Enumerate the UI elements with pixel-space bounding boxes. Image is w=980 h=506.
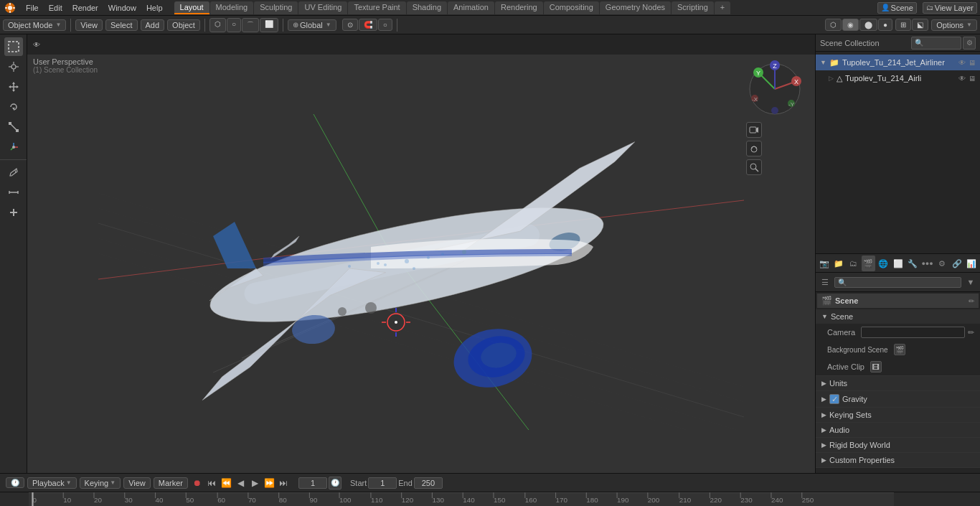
end-frame-input[interactable]: 250 (414, 477, 443, 489)
outliner-item-mesh[interactable]: ▷ △ Tupolev_Tu_214_Airli 👁 🖥 (824, 70, 980, 86)
menu-help[interactable]: Help (142, 2, 167, 14)
tab-compositing[interactable]: Compositing (544, 1, 599, 14)
measure-tool[interactable] (4, 183, 23, 202)
menu-file[interactable]: File (22, 2, 43, 14)
jump-end-btn[interactable]: ⏭ (277, 477, 290, 489)
tab-modeling[interactable]: Modeling (210, 1, 254, 14)
select-box-tool[interactable] (4, 37, 23, 56)
proportional-btn[interactable]: ○ (378, 19, 392, 31)
prop-nav-btn[interactable]: ☰ (817, 274, 833, 290)
rigid-body-header[interactable]: ▶ Rigid Body World (816, 438, 980, 452)
select-lasso-btn[interactable]: ⌒ (242, 18, 259, 32)
3d-viewport[interactable]: 👁 User Perspective (1) Scene Collection (27, 34, 815, 473)
view-menu-btn-timeline[interactable]: View (123, 477, 151, 489)
frame-sync-btn[interactable]: 🕐 (329, 477, 341, 489)
select-menu-btn[interactable]: Select (105, 19, 138, 31)
tab-texture[interactable]: Texture Paint (348, 1, 405, 14)
scene-name[interactable]: Scene (891, 4, 913, 12)
add-workspace-tab[interactable]: + (715, 1, 730, 14)
start-frame-input[interactable]: 1 (368, 477, 397, 489)
tab-uv[interactable]: UV Editing (298, 1, 347, 14)
outliner-filter-btn[interactable]: ⚙ (963, 37, 976, 50)
properties-search[interactable] (834, 277, 961, 288)
frame-ruler[interactable]: 0 10 20 30 40 50 60 70 80 90 1 (29, 492, 894, 506)
prop-tab-object[interactable]: ⬜ (891, 256, 905, 271)
menu-render[interactable]: Render (68, 2, 103, 14)
prop-tab-modifier[interactable]: 🔧 (905, 256, 920, 271)
step-back-btn[interactable]: ⏪ (220, 477, 232, 489)
tab-layout[interactable]: Layout (174, 1, 209, 14)
active-clip-icon-btn[interactable]: 🎞 (870, 361, 882, 373)
add-object-tool[interactable] (4, 203, 23, 222)
rotate-tool[interactable] (4, 98, 23, 116)
timeline-type-btn[interactable]: 🕐 (6, 477, 24, 488)
outliner-expand-2[interactable]: ▷ (829, 75, 834, 82)
tab-animation[interactable]: Animation (448, 1, 494, 14)
object-menu-btn[interactable]: Object (167, 19, 200, 31)
add-menu-btn[interactable]: Add (141, 19, 165, 31)
camera-value-field[interactable] (861, 327, 965, 338)
outliner-item-visibility-1[interactable]: 👁 (958, 59, 966, 67)
keying-menu-btn[interactable]: Keying ▼ (80, 477, 121, 489)
annotate-tool[interactable] (4, 163, 23, 182)
scale-tool[interactable] (4, 118, 23, 136)
prop-filter-btn[interactable]: ▼ (963, 274, 979, 290)
prop-tab-physics[interactable]: ⚙ (935, 256, 949, 271)
audio-header[interactable]: ▶ Audio (816, 423, 980, 437)
prop-tab-particles[interactable]: ●●● (920, 256, 935, 271)
select-box-btn[interactable]: ⬡ (209, 18, 226, 32)
options-btn[interactable]: Options ▼ (931, 19, 977, 31)
step-forward-btn[interactable]: ⏩ (263, 477, 275, 489)
prop-tab-constraints[interactable]: 🔗 (950, 256, 964, 271)
scene-sub-header[interactable]: ▼ Scene (816, 309, 980, 324)
gravity-checkbox[interactable]: ✓ (829, 394, 839, 404)
jump-start-btn[interactable]: ⏮ (205, 477, 218, 489)
custom-props-header[interactable]: ▶ Custom Properties (816, 453, 980, 467)
units-header[interactable]: ▶ Units (816, 376, 980, 390)
menu-window[interactable]: Window (104, 2, 141, 14)
tab-geometry-nodes[interactable]: Geometry Nodes (600, 1, 671, 14)
prop-tab-output[interactable]: 📁 (832, 256, 847, 271)
tab-rendering[interactable]: Rendering (495, 1, 543, 14)
outliner-item-visibility-2[interactable]: 👁 (958, 75, 966, 83)
bg-scene-icon-btn[interactable]: 🎬 (894, 344, 905, 355)
scene-section-options[interactable]: ✏ (969, 297, 974, 305)
select-all-btn[interactable]: ⬜ (260, 18, 278, 32)
prop-tab-render[interactable]: 📷 (817, 256, 831, 271)
current-frame-input[interactable]: 1 (298, 477, 327, 489)
view-menu-btn[interactable]: View (75, 19, 103, 31)
prop-tab-scene[interactable]: 🎬 (862, 256, 876, 271)
viewport-shading-wire[interactable]: ⬡ (825, 19, 842, 31)
overlay-toggle[interactable]: ⊞ (895, 19, 911, 31)
prop-tab-world[interactable]: 🌐 (876, 256, 890, 271)
outliner-search[interactable] (911, 37, 961, 50)
view-lock-btn[interactable] (746, 141, 762, 156)
view-layer-name[interactable]: View Layer (935, 4, 974, 12)
outliner-expand-1[interactable]: ▼ (820, 59, 826, 66)
play-reverse-btn[interactable]: ◀ (234, 477, 247, 489)
cursor-tool[interactable] (4, 57, 23, 76)
view-zoom-btn[interactable] (746, 159, 762, 175)
viewport-shading-solid[interactable]: ◉ (842, 19, 859, 31)
play-forward-btn[interactable]: ▶ (248, 477, 261, 489)
object-mode-select[interactable]: Object Mode ▼ (3, 19, 66, 31)
select-circle-btn[interactable]: ○ (227, 18, 241, 32)
prop-tab-data[interactable]: 📊 (964, 256, 979, 271)
transform-orientation-select[interactable]: ⊕ Global ▼ (288, 19, 336, 31)
viewport-shading-render[interactable]: ● (878, 19, 892, 31)
gravity-header[interactable]: ▶ ✓ Gravity (816, 391, 980, 407)
prop-tab-view-layer[interactable]: 🗂 (847, 256, 861, 271)
menu-edit[interactable]: Edit (44, 2, 67, 14)
move-tool[interactable] (4, 78, 23, 96)
outliner-item-render-1[interactable]: 🖥 (969, 59, 976, 67)
outliner-item-render-2[interactable]: 🖥 (969, 75, 976, 83)
tab-scripting[interactable]: Scripting (672, 1, 714, 14)
pivot-btn[interactable]: ⊙ (342, 19, 358, 31)
viewport-gizmo[interactable]: X Y Z -X -Y (746, 60, 804, 118)
marker-menu-btn[interactable]: Marker (154, 477, 188, 489)
keying-sets-header[interactable]: ▶ Keying Sets (816, 408, 980, 422)
viewport-shading-mat[interactable]: ⬤ (859, 19, 877, 31)
tab-shading[interactable]: Shading (407, 1, 447, 14)
record-btn[interactable]: ⏺ (191, 477, 204, 489)
outliner-item-collection[interactable]: ▼ 📁 Tupolev_Tu_214_Jet_Airliner 👁 🖥 (816, 55, 980, 70)
